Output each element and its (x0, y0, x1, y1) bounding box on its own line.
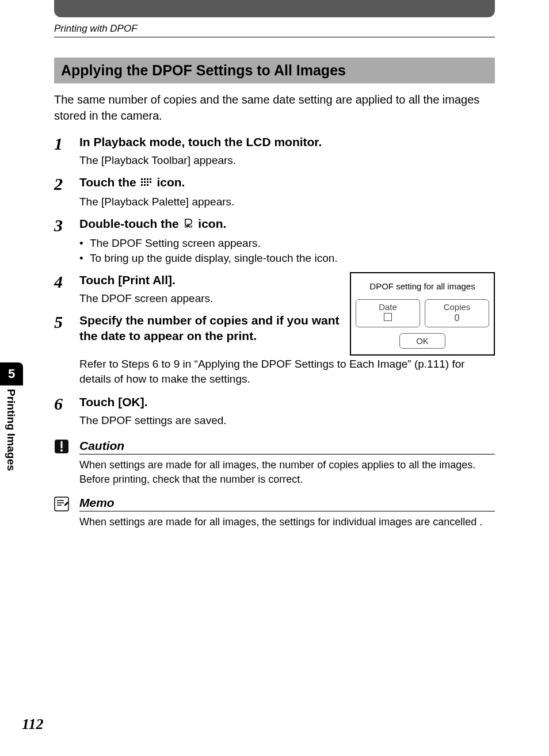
memo-heading: Memo (79, 496, 495, 511)
svg-rect-1 (144, 178, 146, 180)
caution-body: When settings are made for all images, t… (79, 458, 495, 487)
step-title-before: Double-touch the (79, 217, 182, 230)
header-rule (54, 37, 495, 37)
svg-rect-2 (147, 178, 148, 180)
svg-rect-4 (141, 181, 143, 183)
step-title-after: icon. (154, 175, 185, 189)
step-title: Touch [Print All]. (79, 272, 341, 288)
screen-title-text: DPOF setting for all images (356, 281, 489, 291)
step-bullets: The DPOF Setting screen appears. To brin… (79, 236, 495, 266)
step-number: 6 (54, 394, 79, 413)
step-5-desc: Refer to Steps 6 to 9 in “Applying the D… (79, 357, 495, 387)
step-title: Touch the icon. (79, 174, 495, 191)
section-intro: The same number of copies and the same d… (54, 91, 495, 124)
screen-copies-label: Copies (425, 302, 489, 312)
section-heading: Applying the DPOF Settings to All Images (54, 58, 495, 83)
step-number: 1 (54, 134, 79, 152)
svg-rect-6 (147, 181, 148, 183)
svg-rect-8 (141, 184, 143, 186)
step-2: 2 Touch the icon. The [Playback Palette]… (54, 174, 495, 210)
bullet-item: The DPOF Setting screen appears. (79, 236, 495, 251)
svg-rect-0 (141, 178, 143, 180)
step-title: In Playback mode, touch the LCD monitor. (79, 134, 495, 150)
lcd-screen-illustration: DPOF setting for all images Date Copies … (350, 272, 495, 356)
memo-icon (54, 497, 69, 511)
bullet-item: To bring up the guide display, single-to… (79, 251, 495, 266)
screen-copies-value: 0 (425, 313, 489, 323)
screen-date-label: Date (356, 302, 420, 312)
playback-palette-icon (141, 175, 152, 191)
step-title-before: Touch the (79, 175, 140, 189)
checkbox-icon (384, 313, 392, 321)
step-title: Touch [OK]. (79, 394, 495, 410)
top-bar (54, 0, 495, 17)
svg-rect-5 (144, 181, 146, 183)
running-header: Printing with DPOF (54, 23, 138, 35)
step-1: 1 In Playback mode, touch the LCD monito… (54, 134, 495, 169)
page-number: 112 (22, 716, 44, 733)
memo-block: Memo When settings are made for all imag… (79, 496, 495, 529)
step-number: 5 (54, 312, 79, 331)
step-3: 3 Double-touch the DPOF icon. The DPOF S… (54, 216, 495, 266)
step-5: 5 Specify the number of copies and if yo… (54, 312, 341, 344)
dpof-icon: DPOF (183, 216, 193, 232)
svg-text:DPOF: DPOF (185, 225, 193, 228)
svg-rect-10 (147, 184, 148, 186)
screen-ok-button: OK (399, 333, 445, 349)
step-title-after: icon. (195, 217, 226, 230)
step-desc: The [Playback Toolbar] appears. (79, 153, 495, 169)
step-6: 6 Touch [OK]. The DPOF settings are save… (54, 394, 495, 429)
caution-block: Caution When settings are made for all i… (79, 439, 495, 487)
chapter-number-box: 5 (0, 362, 23, 385)
step-title: Specify the number of copies and if you … (79, 312, 341, 344)
step-number: 2 (54, 174, 79, 193)
caution-icon (54, 439, 69, 454)
caution-heading: Caution (79, 439, 495, 455)
memo-body: When settings are made for all images, t… (79, 515, 495, 529)
step-number: 3 (54, 216, 79, 234)
step-4: 4 Touch [Print All]. The DPOF screen app… (54, 272, 341, 307)
screen-copies-button: Copies 0 (425, 299, 489, 327)
svg-point-13 (60, 449, 63, 452)
step-number: 4 (54, 272, 79, 291)
step-title: Double-touch the DPOF icon. (79, 216, 495, 232)
step-desc: The [Playback Palette] appears. (79, 194, 495, 210)
step-desc: The DPOF settings are saved. (79, 413, 495, 429)
svg-rect-7 (150, 181, 151, 183)
svg-rect-9 (144, 184, 146, 186)
chapter-side-tab: 5 Printing Images (0, 362, 23, 512)
chapter-title-vertical: Printing Images (5, 389, 17, 471)
screen-date-button: Date (356, 299, 420, 327)
main-content: Applying the DPOF Settings to All Images… (54, 58, 495, 530)
step-desc: The DPOF screen appears. (79, 291, 341, 307)
svg-rect-3 (150, 178, 151, 180)
